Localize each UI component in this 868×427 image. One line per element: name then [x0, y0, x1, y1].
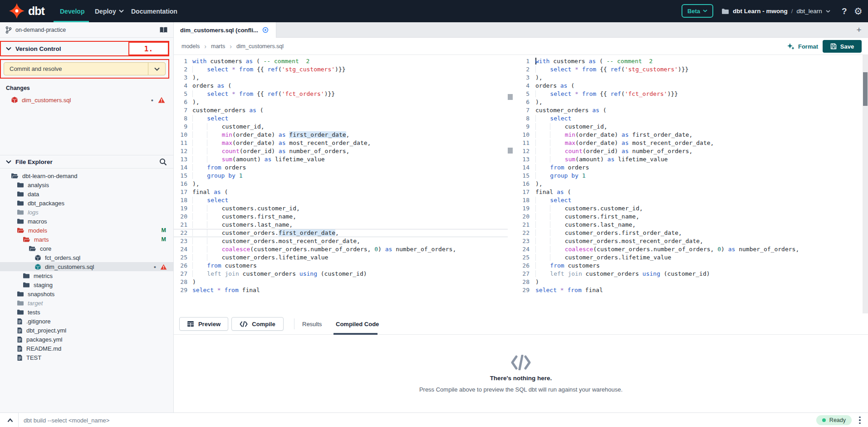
left-scrollbar-thumb[interactable] — [508, 94, 513, 100]
tree-item-staging[interactable]: staging — [0, 280, 173, 289]
code-pane-right[interactable]: 1with customers as ( -- comment 22 selec… — [520, 55, 855, 313]
preview-button[interactable]: Preview — [179, 317, 228, 331]
breadcrumb-separator: › — [230, 43, 232, 50]
code-line: 1with customers as ( -- comment 2 — [520, 57, 855, 65]
tab-results[interactable]: Results — [302, 313, 322, 335]
beta-button[interactable]: Beta — [682, 4, 713, 18]
tree-item-snapshots[interactable]: snapshots — [0, 289, 173, 298]
line-number: 26 — [520, 262, 530, 270]
code-line: 26 from customers — [174, 262, 508, 270]
breadcrumb-marts[interactable]: marts — [211, 43, 225, 50]
dbt-logo-text: dbt — [28, 5, 44, 18]
folder-icon — [17, 191, 24, 197]
tree-item-label: dbt_packages — [28, 200, 64, 207]
line-number: 26 — [174, 262, 187, 270]
compile-button[interactable]: Compile — [231, 317, 284, 331]
code-line: 18 select — [174, 196, 508, 204]
editor-main: dim_customers.sql (confli... + models › … — [174, 22, 868, 412]
tree-item-core[interactable]: core — [0, 244, 173, 253]
tree-item-.gitignore[interactable]: .gitignore — [0, 317, 173, 326]
code-line: 24 coalesce(customer_orders.number_of_or… — [520, 245, 855, 253]
line-number: 25 — [174, 253, 187, 262]
breadcrumb-models[interactable]: models — [181, 43, 200, 50]
left-scrollbar-thumb[interactable] — [508, 148, 513, 154]
tree-item-logs[interactable]: logs — [0, 208, 173, 217]
code-line: 9 customer_id, — [520, 123, 855, 131]
code-pane-left[interactable]: 1with customers as ( -- comment 22 selec… — [174, 55, 508, 313]
commit-and-resolve-button[interactable]: Commit and resolve — [4, 62, 166, 75]
save-button[interactable]: Save — [823, 40, 862, 53]
preview-table-icon — [187, 321, 194, 327]
tree-item-label: packages.yml — [26, 336, 62, 343]
tree-item-dbt_packages[interactable]: dbt_packages — [0, 199, 173, 208]
tree-item-dbt_project.yml[interactable]: dbt_project.yml — [0, 326, 173, 335]
new-tab-plus-icon[interactable]: + — [853, 25, 864, 35]
tree-item-dbt-learn-on-demand[interactable]: dbt-learn-on-demand — [0, 171, 173, 180]
tree-item-tests[interactable]: tests — [0, 308, 173, 317]
tree-item-data[interactable]: data — [0, 189, 173, 199]
code-line: 11 max(order_date) as most_recent_order_… — [174, 139, 508, 147]
tree-item-fct_orders.sql[interactable]: fct_orders.sql — [0, 253, 173, 262]
chevron-down-icon — [119, 10, 124, 13]
folder-open-icon — [29, 245, 36, 252]
line-number: 9 — [520, 123, 530, 131]
command-input[interactable]: dbt build --select <model_name> — [24, 413, 109, 427]
chevron-down-icon — [6, 47, 11, 50]
nav-develop[interactable]: Develop — [60, 0, 84, 22]
tree-item-packages.yml[interactable]: packages.yml — [0, 335, 173, 344]
tree-item-label: target — [28, 300, 43, 307]
right-scrollbar-thumb[interactable] — [863, 72, 868, 106]
tree-item-metrics[interactable]: metrics — [0, 271, 173, 280]
search-icon[interactable] — [159, 158, 167, 166]
line-number: 13 — [520, 155, 530, 164]
code-line: 3), — [174, 74, 508, 82]
changed-file-row[interactable]: dim_customers.sql • — [0, 95, 173, 105]
tree-item-label: snapshots — [28, 291, 54, 298]
tab-compiled-code[interactable]: Compiled Code — [336, 313, 379, 335]
tree-item-models[interactable]: modelsM — [0, 226, 173, 235]
line-number: 12 — [174, 147, 187, 155]
code-line: 4orders as ( — [520, 82, 855, 90]
tab-dim-customers[interactable]: dim_customers.sql (confli... — [174, 22, 276, 38]
line-number: 6 — [174, 98, 187, 106]
tree-item-macros[interactable]: macros — [0, 217, 173, 226]
code-line: 22 customer_orders.first_order_date, — [174, 229, 508, 237]
right-scrollbar-track[interactable] — [863, 55, 868, 313]
line-number: 8 — [174, 114, 187, 123]
tree-item-dim_customers.sql[interactable]: dim_customers.sql• — [0, 262, 173, 271]
nav-documentation[interactable]: Documentation — [131, 0, 177, 22]
project-name: dbt Learn - mwong — [733, 8, 788, 15]
settings-gear-icon[interactable]: ⚙ — [854, 0, 863, 22]
line-number: 14 — [174, 164, 187, 172]
tree-item-README.md[interactable]: README.md — [0, 344, 173, 353]
kebab-menu-icon[interactable] — [856, 416, 863, 425]
line-number: 11 — [174, 139, 187, 147]
tree-item-marts[interactable]: martsM — [0, 235, 173, 244]
tree-item-TEST[interactable]: TEST — [0, 353, 173, 362]
tree-item-analysis[interactable]: analysis — [0, 180, 173, 189]
expand-chevron-up-icon[interactable] — [5, 415, 15, 425]
tree-item-target[interactable]: target — [0, 298, 173, 308]
help-icon[interactable]: ? — [842, 0, 847, 22]
file-explorer-section-header[interactable]: File Explorer — [0, 155, 173, 169]
bottom-toolbar: Preview Compile Results Compiled Code — [174, 313, 868, 335]
tree-item-label: analysis — [28, 182, 49, 189]
line-number: 6 — [520, 98, 530, 106]
ready-dot-icon — [822, 418, 826, 422]
dbt-logo[interactable]: dbt — [9, 3, 44, 19]
breadcrumb-file[interactable]: dim_customers.sql — [236, 43, 284, 50]
line-number: 1 — [520, 57, 530, 65]
nav-deploy[interactable]: Deploy — [95, 0, 124, 22]
line-number: 15 — [174, 172, 187, 180]
code-line: 13 sum(amount) as lifetime_value — [174, 155, 508, 164]
format-button[interactable]: Format — [787, 40, 818, 53]
top-nav: dbt Develop Deploy Documentation Beta db… — [0, 0, 868, 22]
line-number: 17 — [520, 188, 530, 196]
account-selector[interactable]: dbt Learn - mwong / dbt_learn — [721, 0, 830, 22]
line-number: 29 — [174, 286, 187, 294]
git-branch-row[interactable]: on-demand-practice — [0, 22, 173, 38]
statusbar-divider — [18, 413, 19, 427]
docs-book-icon[interactable] — [159, 26, 168, 34]
folder-icon — [17, 309, 24, 315]
commit-dropdown-chevron[interactable] — [148, 63, 165, 75]
